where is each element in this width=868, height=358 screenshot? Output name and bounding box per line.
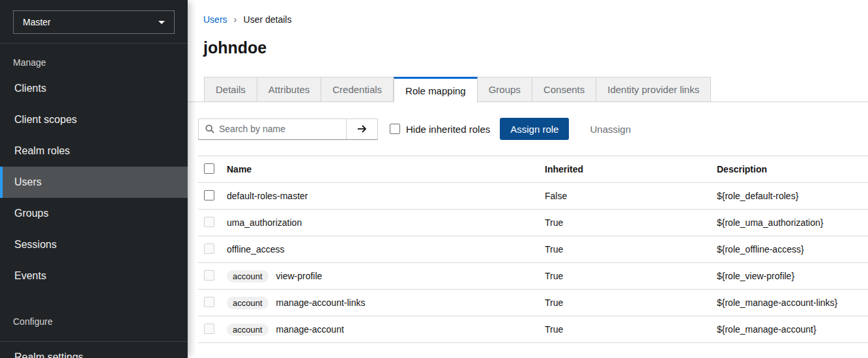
sidebar-item-sessions[interactable]: Sessions (0, 229, 188, 260)
tab-role-mapping[interactable]: Role mapping (394, 77, 478, 102)
hide-inherited-roles-label: Hide inherited roles (406, 124, 490, 135)
main-content: Users › User details johndoe Details Att… (188, 0, 868, 358)
row-checkbox[interactable] (204, 217, 214, 227)
role-name: manage-account-links (276, 297, 366, 308)
nav-group-configure-label: Configure (0, 316, 188, 332)
table-row: accountview-profile True ${role_view-pro… (198, 263, 868, 290)
role-inherited: True (545, 236, 717, 263)
nav-group-configure: Configure Realm settings (0, 316, 188, 358)
select-all-checkbox[interactable] (204, 163, 214, 174)
tab-bar: Details Attributes Credentials Role mapp… (188, 77, 868, 102)
assign-role-button[interactable]: Assign role (500, 118, 569, 140)
tab-credentials[interactable]: Credentials (321, 77, 394, 102)
arrow-right-icon (357, 124, 368, 133)
client-badge: account (227, 324, 268, 336)
role-description: ${role_offline-access} (717, 236, 868, 263)
row-checkbox[interactable] (204, 243, 214, 254)
caret-down-icon (158, 21, 165, 24)
role-description: ${role_manage-account-links} (717, 290, 868, 316)
role-name: default-roles-master (227, 183, 545, 210)
hide-inherited-roles-group: Hide inherited roles (390, 124, 490, 135)
tab-attributes[interactable]: Attributes (257, 77, 321, 102)
role-name: uma_authorization (227, 210, 545, 236)
table-row: accountmanage-account True ${role_manage… (198, 316, 868, 343)
tab-groups[interactable]: Groups (478, 77, 532, 102)
breadcrumb-separator-icon: › (234, 14, 237, 25)
table-row: default-roles-master False ${role_defaul… (198, 183, 868, 210)
role-mapping-table: Name Inherited Description default-roles… (198, 156, 868, 343)
client-badge: account (227, 297, 268, 309)
breadcrumb-users-link[interactable]: Users (203, 14, 227, 25)
row-checkbox[interactable] (204, 297, 214, 307)
unassign-button[interactable]: Unassign (590, 124, 631, 135)
role-description: ${role_uma_authorization} (717, 210, 868, 236)
sidebar-item-events[interactable]: Events (0, 260, 188, 292)
tab-identity-provider-links[interactable]: Identity provider links (596, 77, 711, 102)
client-badge: account (227, 270, 268, 282)
breadcrumb: Users › User details (188, 0, 868, 25)
role-inherited: True (545, 290, 717, 316)
sidebar-item-clients[interactable]: Clients (0, 73, 188, 104)
tab-details[interactable]: Details (204, 77, 257, 102)
sidebar-item-users[interactable]: Users (0, 167, 188, 198)
table-header-row: Name Inherited Description (198, 156, 868, 183)
search-input[interactable] (219, 124, 346, 134)
row-checkbox[interactable] (204, 324, 214, 334)
row-checkbox[interactable] (204, 190, 214, 200)
role-inherited: True (545, 316, 717, 343)
table-row: uma_authorization True ${role_uma_author… (198, 210, 868, 236)
role-name: manage-account (276, 324, 344, 335)
role-name: view-profile (276, 271, 323, 281)
sidebar-item-realm-roles[interactable]: Realm roles (0, 135, 188, 167)
role-inherited: True (545, 210, 717, 236)
role-description: ${role_view-profile} (717, 263, 868, 290)
row-checkbox[interactable] (204, 270, 214, 281)
sidebar-item-realm-settings[interactable]: Realm settings (0, 342, 188, 358)
realm-selector-label: Master (23, 17, 51, 27)
sidebar-nav: Clients Client scopes Realm roles Users … (0, 73, 188, 292)
hide-inherited-roles-checkbox[interactable] (390, 124, 400, 134)
role-inherited: False (545, 183, 717, 210)
page-title: johndoe (203, 38, 868, 57)
table-row: offline_access True ${role_offline-acces… (198, 236, 868, 263)
toolbar: Hide inherited roles Assign role Unassig… (198, 118, 868, 140)
sidebar-item-groups[interactable]: Groups (0, 198, 188, 229)
table-row: accountmanage-account-links True ${role_… (198, 290, 868, 316)
sidebar: Master Manage Clients Client scopes Real… (0, 0, 188, 358)
column-header-inherited: Inherited (545, 156, 717, 183)
tab-consents[interactable]: Consents (532, 77, 596, 102)
sidebar-item-client-scopes[interactable]: Client scopes (0, 104, 188, 135)
search-group (198, 118, 378, 140)
column-header-description: Description (717, 156, 868, 183)
role-description: ${role_manage-account} (717, 316, 868, 343)
column-header-name: Name (227, 156, 545, 183)
nav-group-manage-label: Manage (0, 44, 188, 73)
realm-selector-dropdown[interactable]: Master (13, 10, 175, 34)
role-inherited: True (545, 263, 717, 290)
search-submit-button[interactable] (346, 119, 377, 139)
search-icon (205, 124, 214, 133)
role-description: ${role_default-roles} (717, 183, 868, 210)
breadcrumb-current: User details (244, 14, 292, 25)
role-name: offline_access (227, 236, 545, 263)
